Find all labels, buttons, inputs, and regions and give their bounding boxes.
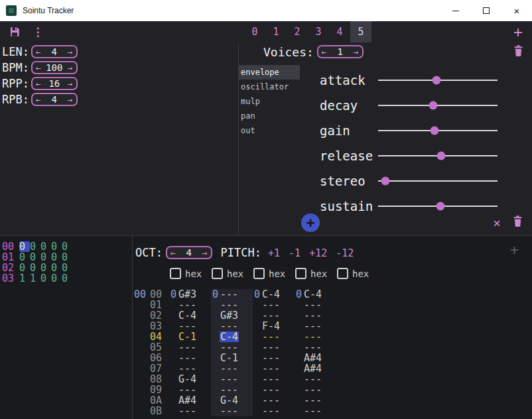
- delete-instrument-button[interactable]: [513, 44, 524, 60]
- order-cell[interactable]: 0: [30, 241, 40, 252]
- pitch-button-+12[interactable]: +12: [309, 247, 327, 259]
- add-unit-button[interactable]: +: [301, 213, 320, 232]
- track-2-cell[interactable]: C-1: [211, 353, 253, 363]
- order-cell[interactable]: 0: [40, 263, 51, 273]
- track-4-cell[interactable]: ---: [295, 406, 336, 416]
- track-2-cell[interactable]: ---: [211, 385, 253, 395]
- order-cell[interactable]: 0: [51, 252, 62, 263]
- hex-checkbox[interactable]: [337, 268, 348, 279]
- unit-item-pan[interactable]: pan: [239, 109, 300, 123]
- track-2-cell[interactable]: G#3: [211, 310, 253, 321]
- track-3-cell[interactable]: ---: [253, 395, 295, 406]
- delete-unit-button[interactable]: [512, 215, 523, 230]
- bpm-increment-arrow-icon[interactable]: →: [64, 64, 76, 72]
- track-2-cell[interactable]: ---: [211, 342, 253, 353]
- release-slider[interactable]: [378, 155, 498, 156]
- order-cell[interactable]: 0: [62, 263, 72, 273]
- track-3-cell[interactable]: ---: [253, 310, 295, 321]
- track-4-cell[interactable]: ---: [295, 331, 336, 342]
- hex-checkbox[interactable]: [253, 268, 265, 279]
- sustain-slider[interactable]: [378, 206, 498, 207]
- order-cell[interactable]: 0: [62, 252, 72, 263]
- order-cell[interactable]: 0: [19, 241, 30, 252]
- order-cell[interactable]: 0: [40, 252, 51, 263]
- pitch-button-+1[interactable]: +1: [268, 247, 280, 259]
- len-increment-arrow-icon[interactable]: →: [64, 48, 76, 56]
- track-3-cell[interactable]: ---: [253, 300, 295, 310]
- sustain-slider-knob[interactable]: [436, 202, 444, 211]
- track-1-cell[interactable]: ---: [169, 321, 211, 331]
- track-4-cell[interactable]: ---: [295, 321, 336, 331]
- track-3-cell[interactable]: ---: [253, 363, 295, 374]
- menu-button[interactable]: ⋮: [29, 23, 46, 40]
- gain-slider[interactable]: [378, 130, 498, 131]
- order-cell[interactable]: 0: [51, 273, 62, 284]
- pitch-button--12[interactable]: -12: [336, 247, 354, 259]
- track-4-cell[interactable]: A#4: [295, 353, 336, 363]
- order-cell[interactable]: 0: [30, 263, 40, 273]
- unit-item-mulp[interactable]: mulp: [239, 94, 300, 109]
- order-cell[interactable]: 0: [62, 241, 72, 252]
- rpb-increment-arrow-icon[interactable]: →: [64, 95, 76, 104]
- track-1-cell[interactable]: A#4: [169, 395, 211, 406]
- track-1-cell[interactable]: G-4: [169, 374, 211, 385]
- tab-4[interactable]: 4: [329, 21, 350, 42]
- track-3-cell[interactable]: ---: [253, 374, 295, 385]
- track-4-cell[interactable]: ---: [295, 300, 336, 310]
- add-pattern-track-button[interactable]: +: [510, 241, 519, 258]
- track-4-cell[interactable]: ---: [295, 374, 336, 385]
- disable-unit-button[interactable]: ×: [493, 216, 501, 229]
- track-4-cell[interactable]: ---: [295, 395, 336, 406]
- track-4-cell[interactable]: ---: [295, 342, 336, 353]
- track-3-cell[interactable]: ---: [253, 353, 295, 363]
- voices-decrement-arrow-icon[interactable]: ←: [318, 48, 330, 56]
- order-cell[interactable]: 0: [40, 241, 51, 252]
- tab-1[interactable]: 1: [265, 21, 287, 42]
- unit-item-envelope[interactable]: envelope: [239, 65, 300, 80]
- tab-3[interactable]: 3: [308, 21, 329, 42]
- hex-checkbox[interactable]: [212, 268, 223, 279]
- track-1-cell[interactable]: 0G#3: [169, 289, 211, 300]
- track-3-cell[interactable]: ---: [253, 385, 295, 395]
- stereo-slider[interactable]: [378, 180, 498, 182]
- attack-slider-knob[interactable]: [432, 76, 441, 85]
- track-2-cell[interactable]: ---: [211, 374, 253, 385]
- track-3-cell[interactable]: ---: [253, 342, 295, 353]
- decay-slider[interactable]: [378, 105, 498, 106]
- order-cell[interactable]: 0: [62, 273, 72, 284]
- close-button[interactable]: ×: [501, 0, 532, 21]
- add-instrument-button[interactable]: +: [508, 21, 528, 42]
- order-cell[interactable]: 0: [40, 273, 51, 284]
- pitch-button--1[interactable]: -1: [289, 247, 300, 259]
- oct-increment-arrow-icon[interactable]: →: [199, 249, 211, 257]
- len-decrement-arrow-icon[interactable]: ←: [33, 48, 44, 56]
- track-3-cell[interactable]: 0C-4: [253, 289, 295, 300]
- oct-decrement-arrow-icon[interactable]: ←: [167, 249, 179, 257]
- order-cell[interactable]: 1: [19, 273, 30, 284]
- rpb-decrement-arrow-icon[interactable]: ←: [33, 95, 44, 104]
- track-1-cell[interactable]: C-1: [169, 331, 211, 342]
- track-3-cell[interactable]: ---: [253, 331, 295, 342]
- unit-item-out[interactable]: out: [239, 123, 300, 138]
- maximize-button[interactable]: [471, 0, 501, 21]
- track-1-cell[interactable]: ---: [169, 406, 211, 416]
- track-1-cell[interactable]: C-4: [169, 310, 211, 321]
- track-2-cell[interactable]: 0---: [211, 289, 253, 300]
- hex-checkbox[interactable]: [295, 268, 306, 279]
- unit-item-oscillator[interactable]: oscillator: [239, 80, 300, 94]
- track-4-cell[interactable]: 0C-4: [295, 289, 336, 300]
- order-cell[interactable]: 1: [30, 273, 40, 284]
- order-cell[interactable]: 0: [51, 263, 62, 273]
- track-1-cell[interactable]: ---: [169, 385, 211, 395]
- track-1-cell[interactable]: ---: [169, 342, 211, 353]
- track-2-cell[interactable]: G-4: [211, 395, 253, 406]
- order-cell[interactable]: 0: [19, 252, 30, 263]
- gain-slider-knob[interactable]: [430, 127, 438, 135]
- save-button[interactable]: [6, 23, 23, 40]
- bpm-decrement-arrow-icon[interactable]: ←: [33, 64, 44, 72]
- track-4-cell[interactable]: A#4: [295, 363, 336, 374]
- minimize-button[interactable]: [440, 0, 471, 21]
- attack-slider[interactable]: [378, 80, 498, 81]
- track-2-cell[interactable]: ---: [211, 300, 253, 310]
- release-slider-knob[interactable]: [437, 152, 446, 160]
